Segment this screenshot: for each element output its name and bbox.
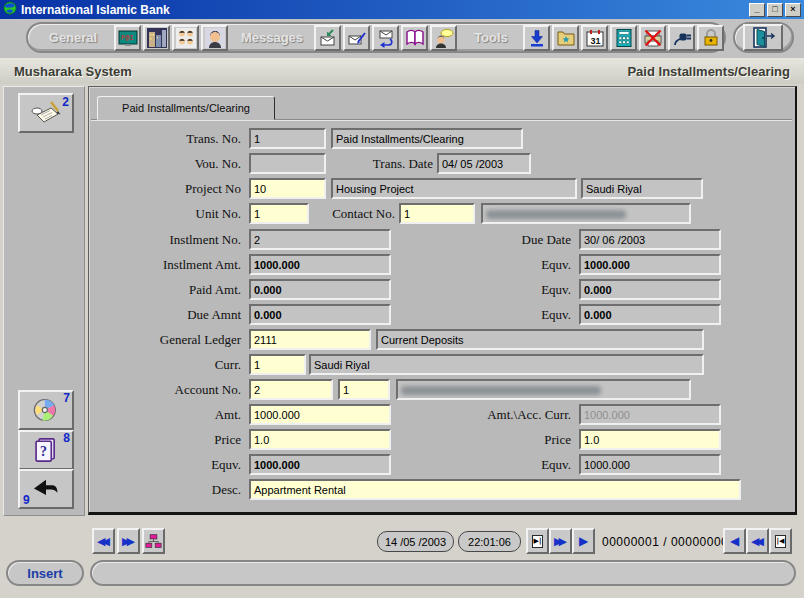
mail-compose-button[interactable] bbox=[343, 25, 370, 51]
address-book-button[interactable] bbox=[401, 25, 428, 51]
due-amnt-field[interactable]: 0.000 bbox=[249, 304, 391, 325]
next-record-button[interactable]: ▶ bbox=[572, 528, 595, 554]
trans-no-field[interactable]: 1 bbox=[249, 128, 326, 149]
calendar-button[interactable]: 31 bbox=[581, 25, 608, 51]
calendar-icon: 31 bbox=[585, 28, 605, 48]
instlment-amt-field[interactable]: 1000.000 bbox=[249, 254, 391, 275]
contact-name-field[interactable] bbox=[481, 203, 691, 224]
chat-button[interactable] bbox=[430, 25, 457, 51]
prev-block-button[interactable]: ◀◀ bbox=[746, 528, 769, 554]
paid-amt-equv-field[interactable]: 0.000 bbox=[579, 279, 721, 300]
toolbar-capsule: General P@I Messages bbox=[26, 22, 726, 53]
toolbar: General P@I Messages bbox=[0, 19, 804, 59]
exit-door-icon bbox=[750, 27, 776, 48]
vou-no-field[interactable] bbox=[249, 153, 326, 174]
instlment-amt-equv-field[interactable]: 1000.000 bbox=[579, 254, 721, 275]
curr-row: Curr. 1 Saudi Riyal bbox=[89, 354, 795, 376]
system-monitor-button[interactable]: P@I bbox=[114, 25, 141, 51]
mail-exchange-button[interactable] bbox=[372, 25, 399, 51]
unit-no-field[interactable]: 1 bbox=[249, 203, 309, 224]
folder-button[interactable] bbox=[552, 25, 579, 51]
curr-name-field[interactable]: Saudi Riyal bbox=[309, 354, 704, 375]
prev-record-button[interactable]: ◀ bbox=[723, 528, 746, 554]
general-ledger-row: General Ledger 2111 Current Deposits bbox=[89, 329, 795, 351]
last-record-button[interactable]: ▶| bbox=[526, 528, 549, 554]
vou-no-row: Vou. No. Trans. Date 04/ 05 /2003 bbox=[89, 153, 795, 175]
project-no-field[interactable]: 10 bbox=[249, 178, 326, 199]
tree-view-button[interactable] bbox=[142, 528, 165, 554]
paid-amt-field[interactable]: 0.000 bbox=[249, 279, 391, 300]
page-next-button[interactable]: ▶▶ bbox=[117, 528, 140, 554]
account-no-field-2[interactable]: 1 bbox=[338, 379, 390, 400]
trans-desc-field[interactable]: Paid Installments/Clearing bbox=[331, 128, 523, 149]
chat-person-icon bbox=[434, 28, 454, 48]
system-title: Musharaka System bbox=[14, 64, 132, 79]
next-block-button[interactable]: ▶▶ bbox=[549, 528, 572, 554]
due-amnt-equv-field[interactable]: 0.000 bbox=[579, 304, 721, 325]
first-record-button[interactable]: |◀ bbox=[769, 528, 792, 554]
amt-field[interactable]: 1000.000 bbox=[249, 404, 391, 425]
connection-button[interactable] bbox=[668, 25, 695, 51]
tab-paid-installments[interactable]: Paid Installments/Clearing bbox=[97, 96, 275, 120]
project-name-field[interactable]: Housing Project bbox=[331, 178, 577, 199]
status-bar bbox=[90, 560, 796, 586]
price-right-field[interactable]: 1.0 bbox=[579, 429, 721, 450]
page-prev-button[interactable]: ◀◀ bbox=[92, 528, 115, 554]
account-no-field-1[interactable]: 2 bbox=[249, 379, 333, 400]
instlment-amt-label: Instlment Amt. bbox=[89, 257, 241, 273]
download-button[interactable] bbox=[523, 25, 550, 51]
cd-button[interactable]: 7 bbox=[18, 390, 74, 430]
paid-amt-label: Paid Amt. bbox=[89, 282, 241, 298]
exit-capsule bbox=[733, 22, 794, 53]
general-ledger-field[interactable]: 2111 bbox=[249, 329, 371, 350]
trans-date-label: Trans. Date bbox=[339, 156, 433, 172]
back-button[interactable]: 9 bbox=[18, 469, 74, 509]
help-button[interactable]: ? 8 bbox=[18, 430, 74, 470]
equv-left-label: Equv. bbox=[89, 457, 241, 473]
calculator-button[interactable] bbox=[610, 25, 637, 51]
maximize-button[interactable]: □ bbox=[767, 3, 783, 17]
instlment-amt-row: Instlment Amt. 1000.000 Equv. 1000.000 bbox=[89, 254, 795, 276]
back-arrow-icon bbox=[30, 477, 62, 501]
record-counter: 00000001 / 00000000 bbox=[602, 535, 728, 549]
instlment-no-field[interactable]: 2 bbox=[249, 229, 391, 250]
lock-icon bbox=[701, 28, 721, 48]
branches-button[interactable] bbox=[143, 25, 170, 51]
help-book-icon: ? bbox=[32, 436, 60, 464]
equv-field[interactable]: 1000.000 bbox=[249, 454, 391, 475]
project-currency-field[interactable]: Saudi Riyal bbox=[581, 178, 703, 199]
help-badge: 8 bbox=[63, 431, 70, 445]
print-disabled-button[interactable] bbox=[639, 25, 666, 51]
mail-compose-icon bbox=[347, 28, 367, 48]
edit-record-button[interactable]: 2 bbox=[18, 93, 74, 133]
insert-mode-indicator: Insert bbox=[6, 560, 84, 586]
desc-field[interactable]: Appartment Rental bbox=[249, 479, 741, 500]
redacted-text bbox=[401, 386, 601, 395]
download-arrow-icon bbox=[527, 28, 547, 48]
mail-receive-button[interactable] bbox=[314, 25, 341, 51]
close-button[interactable]: × bbox=[785, 3, 801, 17]
equv-right-field[interactable]: 1000.000 bbox=[579, 454, 721, 475]
users-group-button[interactable] bbox=[172, 25, 199, 51]
minimize-button[interactable]: _ bbox=[749, 3, 765, 17]
insert-mode-label: Insert bbox=[27, 566, 62, 581]
price-field[interactable]: 1.0 bbox=[249, 429, 391, 450]
general-ledger-name-field[interactable]: Current Deposits bbox=[376, 329, 704, 350]
header-strip: Musharaka System Paid Installments/Clear… bbox=[0, 58, 804, 84]
user-button[interactable] bbox=[201, 25, 228, 51]
application-window: International Islamic Bank _ □ × General… bbox=[0, 0, 804, 598]
amt-acc-curr-field[interactable]: 1000.000 bbox=[579, 404, 721, 425]
due-date-field[interactable]: 30/ 06 /2003 bbox=[579, 229, 721, 250]
amt-label: Amt. bbox=[89, 407, 241, 423]
lock-button[interactable] bbox=[697, 25, 724, 51]
contact-no-field[interactable]: 1 bbox=[399, 203, 475, 224]
trans-date-field[interactable]: 04/ 05 /2003 bbox=[437, 153, 531, 174]
account-no-row: Account No. 2 1 bbox=[89, 379, 795, 401]
account-name-field[interactable] bbox=[396, 379, 691, 400]
cd-badge: 7 bbox=[63, 391, 70, 405]
exit-button[interactable] bbox=[743, 24, 783, 51]
curr-field[interactable]: 1 bbox=[249, 354, 306, 375]
due-amnt-row: Due Amnt 0.000 Equv. 0.000 bbox=[89, 304, 795, 326]
price-right-label: Price bbox=[419, 432, 571, 448]
folder-star-icon bbox=[556, 28, 576, 48]
